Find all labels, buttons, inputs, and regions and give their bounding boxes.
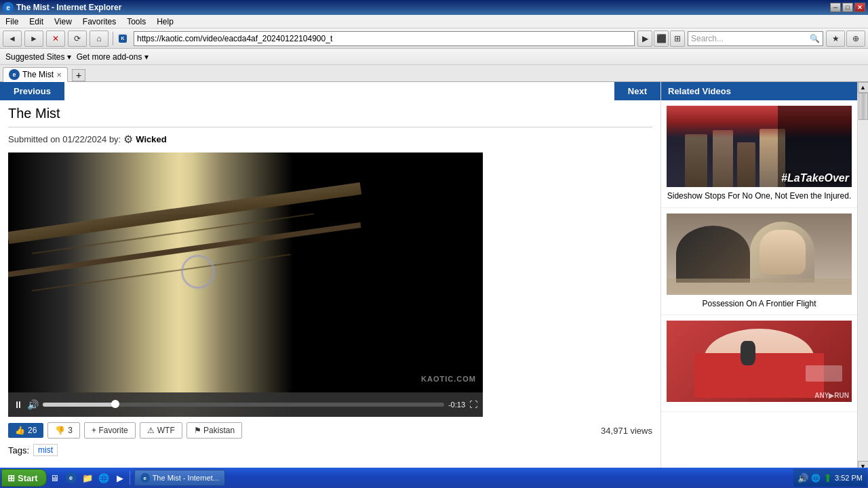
chrome-quicklaunch-button[interactable]: 🌐: [97, 471, 111, 485]
like-icon: 👍: [15, 426, 25, 435]
video-title: The Mist: [8, 106, 652, 127]
related-thumb-2: [667, 214, 852, 295]
menu-tools[interactable]: Tools: [124, 17, 149, 26]
pakistan-button[interactable]: ⚑ Pakistan: [186, 422, 242, 439]
time-display: -0:13: [448, 401, 465, 409]
go-button[interactable]: ▶: [637, 30, 652, 47]
menu-file[interactable]: File: [3, 17, 21, 26]
ie-window-icon: e: [3, 2, 14, 13]
menu-favorites[interactable]: Favorites: [80, 17, 119, 26]
new-tab-button[interactable]: +: [72, 69, 85, 81]
menu-edit[interactable]: Edit: [26, 17, 46, 26]
show-desktop-button[interactable]: 🖥: [48, 471, 62, 485]
content-area: Previous Next The Mist Submitted on 01/2…: [0, 81, 868, 472]
related-title-2: Possession On A Frontier Flight: [667, 299, 852, 310]
video-page: The Mist Submitted on 01/22/2024 by: ⚙ W…: [0, 100, 660, 462]
site-favicon: K: [117, 33, 128, 44]
browser-toolbar: ◄ ► ✕ ⟳ ⌂ K https://kaotic.com/video/eac…: [0, 28, 868, 49]
favorite-button[interactable]: + Favorite: [84, 422, 136, 439]
video-controls: ⏸ 🔊 -0:13 ⛶: [8, 392, 483, 417]
address-input[interactable]: https://kaotic.com/video/eacda4af_202401…: [134, 31, 635, 46]
volume-button[interactable]: 🔊: [27, 399, 39, 410]
refresh-icon: ⟳: [74, 34, 81, 43]
ie-quicklaunch-button[interactable]: e: [64, 471, 78, 485]
arrow-up-icon: ⬆: [823, 472, 832, 485]
hashtag-overlay: #LaTakeOver: [781, 172, 849, 184]
video-meta: Submitted on 01/22/2024 by: ⚙ Wicked: [8, 133, 652, 146]
stop-button[interactable]: ✕: [46, 30, 65, 47]
stop-icon: ✕: [52, 34, 59, 43]
minimize-button[interactable]: ─: [830, 3, 841, 12]
system-clock: 3:52 PM: [835, 474, 863, 482]
favorite-label: + Favorite: [92, 426, 128, 435]
address-bar-wrapper: K https://kaotic.com/video/eacda4af_2024…: [117, 30, 685, 47]
user-icon: ⚙: [123, 133, 133, 146]
network-icon[interactable]: 🌐: [811, 474, 821, 483]
video-nav-row: Previous Next: [0, 82, 660, 100]
wtf-button[interactable]: ⚠ WTF: [140, 422, 182, 439]
video-watermark: KAOTIC.COM: [421, 375, 476, 383]
related-video-1[interactable]: #LaTakeOver Sideshow Stops For No One, N…: [661, 100, 857, 208]
progress-fill: [43, 403, 115, 407]
suggested-sites[interactable]: Suggested Sites ▾: [5, 52, 71, 62]
next-button[interactable]: Next: [614, 82, 660, 100]
media-quicklaunch-button[interactable]: ▶: [113, 471, 127, 485]
dislike-button[interactable]: 👎 3: [47, 422, 80, 439]
scroll-up-button[interactable]: ▲: [858, 82, 869, 93]
speaker-icon[interactable]: 🔊: [797, 473, 808, 483]
compatview-button[interactable]: ⊞: [670, 30, 685, 47]
tab-bar: e The Mist ✕ +: [0, 65, 868, 81]
search-icon[interactable]: 🔍: [810, 34, 820, 43]
search-text: Search...: [691, 34, 724, 43]
scroll-track[interactable]: [859, 93, 868, 461]
get-more-addons[interactable]: Get more add-ons ▾: [77, 52, 149, 62]
related-video-3[interactable]: ANY▶RUN: [661, 315, 857, 412]
start-button[interactable]: ⊞ Start: [1, 469, 47, 487]
tab-the-mist[interactable]: e The Mist ✕: [3, 67, 68, 82]
forward-icon: ►: [30, 34, 38, 43]
favorites-bar: Suggested Sites ▾ Get more add-ons ▾: [0, 49, 868, 65]
action-row: 👍 26 👎 3 + Favorite ⚠ WTF ⚑ Pakistan 34: [8, 422, 652, 439]
taskbar: ⊞ Start 🖥 e 📁 🌐 ▶ e The Mist - Internet.…: [0, 468, 868, 488]
menu-help[interactable]: Help: [154, 17, 176, 26]
refresh-button[interactable]: ⟳: [68, 30, 87, 47]
previous-button[interactable]: Previous: [0, 82, 64, 100]
taskbar-window-label: The Mist - Internet...: [153, 474, 219, 482]
sidebar: Related Videos #LaTakeOver Sideshow Stop…: [660, 82, 857, 472]
related-video-2[interactable]: Possession On A Frontier Flight: [661, 208, 857, 316]
taskbar-ie-window[interactable]: e The Mist - Internet...: [134, 470, 225, 486]
restore-button[interactable]: □: [842, 3, 853, 12]
close-button[interactable]: ✕: [854, 3, 865, 12]
video-player[interactable]: KAOTIC.COM ⏸ 🔊 -0:13 ⛶: [8, 152, 483, 417]
progress-thumb[interactable]: [111, 400, 119, 408]
menu-view[interactable]: View: [52, 17, 75, 26]
tag-mist[interactable]: mist: [33, 444, 58, 456]
search-bar[interactable]: Search... 🔍: [688, 31, 823, 46]
wtf-icon: ⚠: [147, 426, 155, 435]
address-text: https://kaotic.com/video/eacda4af_202401…: [137, 34, 332, 43]
video-author[interactable]: Wicked: [136, 134, 166, 144]
pakistan-label: ⚑ Pakistan: [194, 426, 235, 435]
home-button[interactable]: ⌂: [90, 30, 108, 47]
rss-button[interactable]: ⬛: [654, 30, 669, 47]
like-count: 26: [28, 426, 37, 435]
add-favorites-button[interactable]: ⊕: [846, 30, 865, 47]
window-controls: ─ □ ✕: [830, 3, 865, 12]
fullscreen-button[interactable]: ⛶: [469, 400, 477, 409]
folder-quicklaunch-button[interactable]: 📁: [81, 471, 94, 485]
scroll-thumb[interactable]: [859, 93, 868, 120]
main-content: Previous Next The Mist Submitted on 01/2…: [0, 82, 660, 472]
progress-bar[interactable]: [43, 403, 444, 407]
related-title-1: Sideshow Stops For No One, Not Even the …: [667, 191, 852, 202]
forward-button[interactable]: ►: [24, 30, 43, 47]
dislike-count: 3: [68, 426, 73, 435]
back-button[interactable]: ◄: [3, 30, 22, 47]
tab-close-button[interactable]: ✕: [56, 71, 62, 79]
back-icon: ◄: [8, 34, 16, 43]
tags-label: Tags:: [8, 445, 29, 455]
pause-button[interactable]: ⏸: [14, 399, 23, 410]
start-label: Start: [18, 473, 38, 483]
scroll-handle: ▲ ▼: [857, 82, 868, 472]
like-button[interactable]: 👍 26: [8, 423, 43, 438]
favorites-toolbar-button[interactable]: ★: [826, 30, 845, 47]
